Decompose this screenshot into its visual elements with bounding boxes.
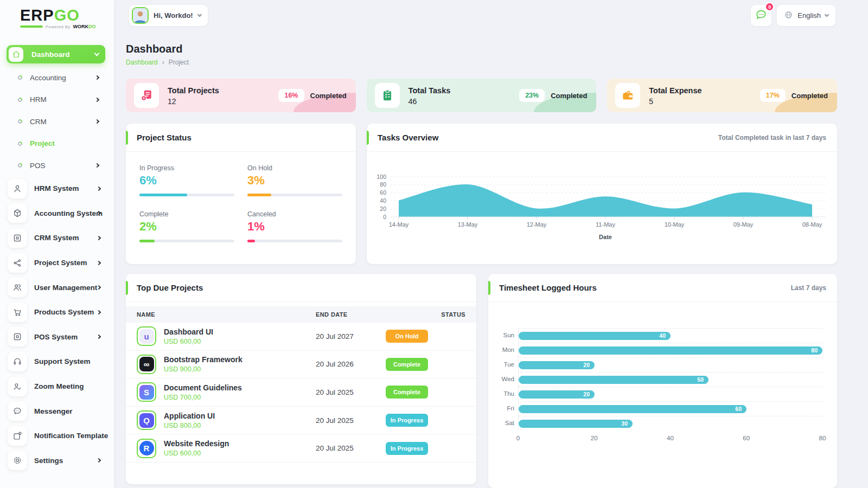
progress-fill	[247, 240, 255, 242]
messages-button[interactable]: 0	[750, 4, 772, 27]
svg-text:100: 100	[376, 174, 386, 180]
headset-icon	[8, 352, 27, 371]
project-end-date: 20 Jul 2027	[316, 332, 381, 341]
sidebar-item-project-system[interactable]: Project System	[0, 251, 114, 275]
project-name: Website Redesign	[164, 439, 229, 448]
status-item-canceled: Canceled1%	[247, 210, 342, 242]
project-name: Document Guidelines	[164, 383, 242, 392]
svg-text:10-May: 10-May	[665, 221, 685, 228]
project-logo: R	[137, 439, 156, 458]
chat-icon	[12, 406, 22, 416]
sidebar-item-crm-system[interactable]: CRM System	[0, 226, 114, 251]
bar	[519, 405, 746, 413]
bullet-icon	[17, 140, 23, 146]
users-icon	[8, 278, 27, 297]
completed-label: Completed	[551, 92, 587, 100]
sidebar-item-products-system[interactable]: Products System	[0, 300, 114, 325]
chat-icon	[8, 401, 27, 421]
bar	[519, 346, 822, 355]
notification-count-badge: 0	[765, 2, 774, 11]
sidebar-item-settings[interactable]: Settings	[0, 448, 114, 473]
breadcrumb-current: Project	[169, 59, 189, 66]
sidebar: ERPGO Powered By WORKDO Dashboard Accoun…	[0, 0, 114, 488]
sidebar-item-pos-system[interactable]: POS System	[0, 325, 114, 350]
users-icon	[12, 282, 22, 292]
display-icon	[8, 327, 27, 346]
breadcrumb-home-link[interactable]: Dashboard	[126, 59, 158, 66]
user-icon	[8, 179, 27, 198]
sidebar-item-messenger[interactable]: Messenger	[0, 399, 114, 423]
project-price: USD 800,00	[164, 422, 215, 429]
sidebar-item-hrm[interactable]: HRM	[0, 89, 114, 111]
chat-notification-icon	[755, 9, 767, 23]
headset-icon	[12, 357, 22, 367]
sidebar-item-hrm-system[interactable]: HRM System	[0, 176, 114, 201]
panel-subtitle: Last 7 days	[791, 284, 826, 292]
tasks-icon	[375, 83, 400, 108]
logo-subtitle: Powered By WORKDO	[20, 24, 114, 29]
table-row[interactable]: ∞Bootstrap FrameworkUSD 900,0020 Jul 202…	[126, 351, 476, 379]
sidebar-item-project[interactable]: Project	[0, 133, 114, 155]
card-value: 5	[649, 97, 701, 106]
template-icon	[12, 431, 22, 441]
bar-track: 20	[518, 357, 822, 372]
bar-row-sat: Sat30	[499, 416, 822, 431]
tasks-overview-area-chart: 02040608010014-May13-May12-May11-May10-M…	[367, 166, 837, 253]
cube-icon	[12, 208, 22, 218]
panel-title: Top Due Projects	[137, 283, 203, 292]
chevron-right-icon	[97, 187, 101, 191]
table-row[interactable]: ǪApplication UIUSD 800,0020 Jul 2025In P…	[126, 407, 476, 435]
bar-track: 80	[518, 343, 822, 357]
sidebar-item-accounting-system[interactable]: Accounting System	[0, 201, 114, 226]
chevron-down-icon	[197, 12, 201, 17]
sidebar-item-notification-template[interactable]: Notification Template	[0, 423, 114, 448]
status-item-on-hold: On Hold3%	[247, 164, 342, 196]
project-price: USD 600,00	[164, 338, 213, 345]
svg-text:80: 80	[380, 181, 386, 188]
brand-logo[interactable]: ERPGO Powered By WORKDO	[0, 0, 114, 29]
project-end-date: 20 Jul 2025	[316, 388, 381, 396]
status-badge: In Progress	[386, 442, 428, 455]
card-title: Total Expense	[649, 86, 701, 95]
language-selector[interactable]: English	[776, 4, 836, 27]
wallet-icon	[621, 88, 635, 102]
column-header-end-date: END DATE	[316, 311, 381, 318]
logo-text: ERPGO	[20, 7, 114, 23]
stat-card-total-tasks: Total Tasks4623%Completed	[367, 79, 597, 112]
language-label: English	[797, 11, 821, 20]
column-header-name: NAME	[137, 311, 316, 318]
user-greeting: Hi, Workdo!	[154, 11, 193, 20]
table-row[interactable]: RWebsite RedesignUSD 600,0020 Jul 2025In…	[126, 434, 476, 463]
user-menu-button[interactable]: Hi, Workdo!	[129, 4, 208, 27]
avatar	[132, 7, 149, 24]
sidebar-item-dashboard[interactable]: Dashboard	[7, 45, 105, 63]
chevron-right-icon	[95, 119, 99, 124]
bar-row-wed: Wed50	[499, 372, 822, 387]
sidebar-item-user-management[interactable]: User Management	[0, 275, 114, 300]
project-logo: u	[137, 326, 156, 346]
module-menu: HRM SystemAccounting SystemCRM SystemPro…	[0, 176, 114, 473]
status-badge: Complete	[386, 386, 428, 399]
stat-card-total-projects: Total Projects1216%Completed	[126, 79, 356, 112]
bar-track: 50	[518, 372, 822, 387]
project-status-panel: Project Status In Progress6%On Hold3%Com…	[126, 124, 356, 264]
panel-title: Tasks Overview	[378, 133, 438, 142]
title-accent-bar	[488, 281, 490, 295]
top-due-projects-panel: Top Due Projects NAME END DATE STATUS uD…	[126, 274, 476, 484]
sidebar-item-pos[interactable]: POS	[0, 155, 114, 177]
sidebar-item-accounting[interactable]: Accounting	[0, 67, 114, 89]
cart-icon	[8, 303, 27, 322]
sidebar-item-crm[interactable]: CRM	[0, 111, 114, 133]
status-item-in-progress: In Progress6%	[139, 164, 234, 196]
status-item-complete: Complete2%	[139, 210, 234, 242]
project-end-date: 20 Jul 2025	[316, 416, 381, 425]
table-row[interactable]: SDocument GuidelinesUSD 700,0020 Jul 202…	[126, 378, 476, 407]
sidebar-item-support-system[interactable]: Support System	[0, 349, 114, 374]
stat-card-total-expense: Total Expense517%Completed	[607, 79, 837, 112]
bar-row-thu: Thu20	[499, 387, 822, 401]
avatar-image	[133, 8, 148, 23]
sidebar-item-zoom-meeting[interactable]: Zoom Meeting	[0, 374, 114, 399]
chevron-right-icon	[97, 260, 101, 265]
progress-fill	[247, 194, 271, 196]
table-row[interactable]: uDashboard UIUSD 600,0020 Jul 2027On Hol…	[126, 323, 476, 351]
